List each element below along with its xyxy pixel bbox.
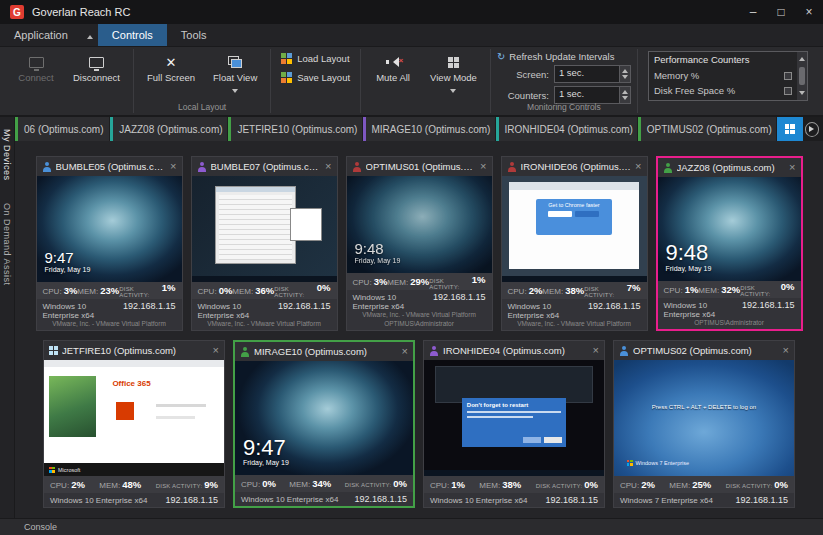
close-icon[interactable]: × <box>213 345 219 356</box>
view-mode-button[interactable]: View Mode <box>423 51 484 101</box>
disconnect-button[interactable]: Disconnect <box>66 51 127 101</box>
machine-tab[interactable]: JAZZ08 (Optimus.com) <box>110 117 227 141</box>
full-screen-button[interactable]: ✕ Full Screen <box>140 51 202 101</box>
machine-thumbnail[interactable]: 9:48 Friday, May 19 <box>658 177 801 281</box>
ribbon-collapse-icon[interactable] <box>82 24 98 46</box>
spinner-up-icon[interactable] <box>622 66 628 73</box>
monitoring-controls-group: ↻ Refresh Update Intervals Screen: 1 sec… <box>491 49 638 113</box>
machine-thumbnail[interactable]: 9:47 Friday, May 19 <box>235 361 413 475</box>
machine-tab[interactable]: OPTIMUS02 (Optimus.com) <box>638 117 776 141</box>
disconnect-icon <box>89 57 104 68</box>
save-layout-icon <box>281 72 292 83</box>
clock-time: 9:48 <box>355 241 401 257</box>
close-icon[interactable]: × <box>480 161 486 172</box>
sidebar-item-on-demand-assist[interactable]: On Demand Assist <box>0 195 14 294</box>
machine-card[interactable]: JETFIRE10 (Optimus.com) × Office 365 M <box>43 340 225 508</box>
machine-card[interactable]: IRONHIDE04 (Optimus.com) × Don't forget … <box>423 340 605 508</box>
minimize-button[interactable]: – <box>739 0 767 24</box>
checkbox-icon[interactable] <box>784 87 792 95</box>
clock-time: 9:47 <box>243 436 289 459</box>
connect-icon <box>29 57 44 68</box>
machine-tab[interactable]: IRONHIDE04 (Optimus.com) <box>496 117 637 141</box>
clock-date: Friday, May 19 <box>243 459 289 466</box>
machine-thumbnail[interactable]: Office 365 Microsoft <box>44 360 224 476</box>
machine-thumbnail[interactable]: Don't forget to restart <box>424 360 604 476</box>
screen-interval-input[interactable]: 1 sec. <box>554 65 631 83</box>
machine-thumbnail[interactable] <box>192 176 337 282</box>
close-icon[interactable]: × <box>593 345 599 356</box>
scrollbar[interactable] <box>797 52 807 100</box>
machine-footer: Windows 10 Enterprise x64192.168.1.15 VM… <box>502 299 647 330</box>
connect-button[interactable]: Connect <box>10 51 62 101</box>
machine-tab[interactable]: MIRAGE10 (Optimus.com) <box>363 117 495 141</box>
mute-all-button[interactable]: × Mute All <box>367 51 419 101</box>
computer-users-icon <box>42 162 52 172</box>
machine-thumbnail[interactable]: 9:48 Friday, May 19 <box>347 176 492 273</box>
float-view-button[interactable]: Float View <box>206 51 264 101</box>
spinner-up-icon[interactable] <box>622 87 628 94</box>
performance-counters-title: Performance Counters <box>649 52 797 68</box>
refresh-icon: ↻ <box>497 51 505 62</box>
save-layout-button[interactable]: Save Layout <box>277 70 354 85</box>
grid-view-tab[interactable] <box>777 117 803 141</box>
machine-name: IRONHIDE04 (Optimus.com) <box>443 345 589 356</box>
local-layout-group: ✕ Full Screen Float View Local Layout <box>134 49 271 113</box>
perf-counter-item[interactable]: Disk Free Space % <box>649 83 797 98</box>
tab-application[interactable]: Application <box>0 24 82 46</box>
machine-card-header: JAZZ08 (Optimus.com) × <box>658 158 801 177</box>
machine-stats: CPU:0% MEM:36% DISK ACTIVITY:0% <box>192 282 337 299</box>
machine-card-header: BUMBLE07 (Optimus.com) × <box>192 157 337 176</box>
maximize-button[interactable]: □ <box>767 0 795 24</box>
machine-tab[interactable]: 06 (Optimus.com) <box>15 117 109 141</box>
machine-stats: CPU:0% MEM:34% DISK ACTIVITY:0% <box>235 475 413 492</box>
clock: 9:47 Friday, May 19 <box>243 436 289 466</box>
machine-thumbnail[interactable]: Get to Chrome faster <box>502 176 647 282</box>
performance-counters-panel: Performance Counters Memory % Disk Free … <box>648 51 808 101</box>
machine-thumbnail[interactable]: 9:47 Friday, May 19 <box>37 176 182 282</box>
tab-controls[interactable]: Controls <box>98 24 167 46</box>
machine-card-selected[interactable]: JAZZ08 (Optimus.com) × 9:48 Friday, May … <box>656 156 803 331</box>
console-bar[interactable]: Console <box>0 518 823 535</box>
load-layout-button[interactable]: Load Layout <box>277 51 354 66</box>
machine-thumbnail[interactable]: Press CTRL + ALT + DELETE to log on Wind… <box>614 360 794 476</box>
load-layout-icon <box>281 53 292 64</box>
remote-browser-bar <box>44 360 224 367</box>
computer-users-icon <box>197 162 207 172</box>
remote-notification: Get to Chrome faster <box>536 199 611 235</box>
machine-card[interactable]: BUMBLE07 (Optimus.com) × CPU:0% MEM:36% … <box>191 156 338 331</box>
tab-tools[interactable]: Tools <box>167 24 221 46</box>
refresh-update-intervals: ↻ Refresh Update Intervals <box>497 51 631 62</box>
machine-card[interactable]: IRONHIDE06 (Optimus.com) × Get to Chrome… <box>501 156 648 331</box>
mute-all-icon: × <box>386 56 400 68</box>
close-icon[interactable]: × <box>635 161 641 172</box>
computer-users-icon <box>240 347 250 357</box>
checkbox-icon[interactable] <box>784 72 792 80</box>
machine-card[interactable]: OPTIMUS01 (Optimus.com) × 9:48 Friday, M… <box>346 156 493 331</box>
machine-name: OPTIMUS02 (Optimus.com) <box>633 345 779 356</box>
machine-card-selected[interactable]: MIRAGE10 (Optimus.com) × 9:47 Friday, Ma… <box>233 340 415 508</box>
machine-card[interactable]: OPTIMUS02 (Optimus.com) × Press CTRL + A… <box>613 340 795 508</box>
scroll-tabs-right-button[interactable] <box>805 122 819 137</box>
audio-view-group: × Mute All View Mode <box>361 49 491 113</box>
scrollbar-thumb[interactable] <box>799 67 805 85</box>
close-icon[interactable]: × <box>789 162 795 173</box>
arrow-right-icon <box>809 126 817 132</box>
machine-footer: Windows 7 Enterprise x64192.168.1.15 <box>614 493 794 507</box>
scroll-up-icon[interactable] <box>799 54 805 61</box>
computer-users-icon <box>663 163 673 173</box>
close-icon[interactable]: × <box>325 161 331 172</box>
scroll-down-icon[interactable] <box>799 91 805 98</box>
remote-taskbar: Microsoft <box>44 463 224 476</box>
close-button[interactable]: × <box>795 0 823 24</box>
close-icon[interactable]: × <box>402 346 408 357</box>
perf-counter-item[interactable]: Memory % <box>649 68 797 83</box>
machine-tab[interactable]: JETFIRE10 (Optimus.com) <box>228 117 361 141</box>
clock-time: 9:48 <box>666 241 712 264</box>
remote-os-label: Windows 7 Enterprise <box>627 460 690 466</box>
machine-card[interactable]: BUMBLE05 (Optimus.com) × 9:47 Friday, Ma… <box>36 156 183 331</box>
spinner-down-icon[interactable] <box>622 75 628 82</box>
close-icon[interactable]: × <box>783 345 789 356</box>
sidebar-item-my-devices[interactable]: My Devices <box>0 121 14 189</box>
close-icon[interactable]: × <box>170 161 176 172</box>
perf-counter-item[interactable]: Disk Activity % <box>649 98 797 100</box>
